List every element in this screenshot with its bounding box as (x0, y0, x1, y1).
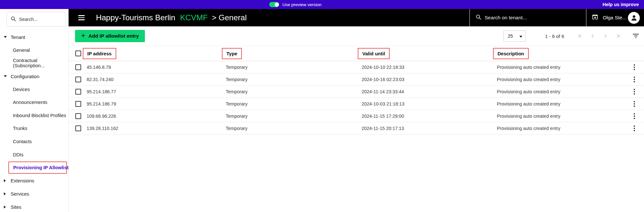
add-ip-allowlist-entry-button[interactable]: + Add IP allowlist entry (75, 30, 145, 42)
row-menu-icon[interactable] (632, 88, 637, 96)
table-row[interactable]: 95.214.186.79 Temporary 2024-10-03 21:18… (69, 98, 644, 110)
sidebar-item-extensions[interactable]: Extensions (0, 174, 68, 188)
row-checkbox[interactable] (75, 125, 81, 131)
sidebar-item-label: Configuration (11, 74, 39, 79)
column-header-description[interactable]: Description (497, 48, 625, 59)
sidebar-item-inbound-blocklist-profiles[interactable]: Inbound Blocklist Profiles (0, 109, 68, 122)
page-size-select[interactable]: 25 (503, 31, 526, 42)
cell-ip: 82.31.74.240 (87, 77, 226, 82)
table-row[interactable]: 45.146.8.79 Temporary 2024-10-10 22:18:3… (69, 61, 644, 73)
row-checkbox[interactable] (75, 77, 81, 82)
open-in-browser-icon[interactable] (592, 14, 599, 22)
column-header-type[interactable]: Type (226, 48, 362, 59)
sidebar-search-input[interactable] (19, 17, 61, 22)
sidebar-item-label: Extensions (11, 178, 34, 183)
select-all-checkbox[interactable] (75, 51, 81, 56)
cell-ip: 45.146.8.79 (87, 65, 226, 70)
row-menu-icon[interactable] (632, 63, 637, 71)
cell-type: Temporary (226, 114, 362, 119)
sidebar-item-configuration[interactable]: Configuration (0, 70, 68, 83)
filter-icon[interactable] (633, 34, 639, 38)
sidebar-item-general[interactable]: General (0, 44, 68, 57)
cell-type: Temporary (226, 101, 362, 106)
cell-valid-until: 2024-11-15 17:29:00 (362, 114, 497, 119)
sidebar-item-ddis[interactable]: DDIs (0, 148, 68, 161)
sidebar-item-label: Inbound Blocklist Profiles (13, 113, 66, 118)
sidebar-item-label: Contacts (13, 139, 32, 144)
previous-page-icon[interactable] (590, 33, 595, 39)
cell-type: Temporary (226, 65, 362, 70)
chevron-right-icon (4, 179, 7, 182)
sidebar-item-devices[interactable]: Devices (0, 83, 68, 96)
next-page-icon[interactable] (603, 33, 608, 39)
row-checkbox[interactable] (75, 113, 81, 119)
annotation-box: IP address (83, 48, 116, 59)
row-menu-icon[interactable] (632, 100, 637, 108)
cell-description: Provisioning auto created entry (497, 65, 625, 70)
tenant-search-box[interactable] (469, 9, 586, 26)
table-row[interactable]: 82.31.74.240 Temporary 2024-10-16 02:23:… (69, 73, 644, 86)
table-row[interactable]: 109.68.96.226 Temporary 2024-11-15 17:29… (69, 110, 644, 122)
appbar: Happy-Tourisms Berlin KCVMF > General Ol… (69, 9, 644, 26)
column-header-valid-until[interactable]: Valid until (362, 48, 497, 59)
menu-icon[interactable] (78, 15, 85, 20)
preview-version-toggle-group: Use preview version (269, 0, 322, 9)
user-area: Olga Ste... (586, 9, 644, 26)
sidebar-item-label: General (13, 48, 30, 53)
row-checkbox[interactable] (75, 64, 81, 70)
sidebar-nav: Tenant General Contractual (Subscription… (0, 31, 68, 212)
sidebar-item-label: Announcements (13, 100, 47, 105)
preview-toggle[interactable] (269, 2, 279, 7)
sidebar-item-label: Sites (11, 204, 21, 210)
help-us-improve-link[interactable]: Help us improve (602, 0, 639, 9)
cell-valid-until: 2024-10-16 02:23:03 (362, 77, 497, 82)
sidebar-item-services[interactable]: Services (0, 187, 68, 200)
sidebar-item-label: DDIs (13, 152, 24, 157)
row-menu-icon[interactable] (632, 75, 637, 84)
cell-ip: 109.68.96.226 (87, 114, 226, 119)
cell-description: Provisioning auto created entry (497, 126, 625, 131)
cell-ip: 95.214.186.79 (87, 101, 226, 106)
toggle-knob (275, 3, 279, 7)
tenant-name: Happy-Tourisms Berlin (96, 13, 175, 22)
page-title: Happy-Tourisms Berlin KCVMF > General (96, 13, 247, 22)
tenant-search-input[interactable] (485, 15, 575, 21)
row-checkbox[interactable] (75, 101, 81, 107)
sidebar-item-contractual[interactable]: Contractual (Subscription... (0, 57, 68, 70)
sidebar-item-announcements[interactable]: Announcements (0, 96, 68, 109)
sidebar-search-box[interactable] (6, 12, 66, 27)
chevron-down-icon (4, 36, 7, 38)
user-name[interactable]: Olga Ste... (603, 15, 626, 21)
row-menu-icon[interactable] (632, 124, 637, 133)
sidebar-item-trunks[interactable]: Trunks (0, 122, 68, 135)
content-area: + Add IP allowlist entry 25 1 - 6 of 6 (69, 26, 644, 212)
sidebar-item-label: Services (11, 191, 29, 197)
sidebar-item-label: Trunks (13, 126, 27, 131)
last-page-icon[interactable] (615, 33, 620, 39)
breadcrumb: > General (212, 13, 247, 22)
ip-allowlist-table: IP address Type Valid until Description … (69, 46, 644, 134)
sidebar-item-label: Contractual (Subscription... (13, 58, 68, 68)
first-page-icon[interactable] (578, 33, 583, 39)
table-row[interactable]: 139.28.110.162 Temporary 2024-11-15 20:1… (69, 122, 644, 134)
sidebar-item-tenant[interactable]: Tenant (0, 31, 68, 44)
annotation-box: Description (493, 48, 529, 59)
cell-ip: 95.214.186.77 (87, 89, 226, 94)
row-menu-icon[interactable] (632, 112, 637, 120)
table-row[interactable]: 95.214.186.77 Temporary 2024-11-14 23:33… (69, 86, 644, 98)
table-header-row: IP address Type Valid until Description (69, 46, 644, 61)
cell-description: Provisioning auto created entry (497, 114, 625, 119)
cell-valid-until: 2024-10-10 22:18:33 (362, 65, 497, 70)
toolbar: + Add IP allowlist entry 25 1 - 6 of 6 (69, 26, 644, 46)
sidebar-item-sites[interactable]: Sites (0, 200, 68, 212)
cell-description: Provisioning auto created entry (497, 101, 625, 106)
sidebar-item-contacts[interactable]: Contacts (0, 135, 68, 148)
search-icon (476, 14, 481, 21)
cell-description: Provisioning auto created entry (497, 77, 625, 82)
avatar[interactable] (628, 12, 640, 24)
row-checkbox[interactable] (75, 89, 81, 95)
cell-valid-until: 2024-11-14 23:33:44 (362, 89, 497, 94)
sidebar-item-provisioning-ip-allowlisting[interactable]: Provisioning IP Allowlisti... (0, 161, 68, 174)
column-header-ip-address[interactable]: IP address (87, 48, 226, 59)
cell-valid-until: 2024-10-03 21:18:13 (362, 101, 497, 106)
